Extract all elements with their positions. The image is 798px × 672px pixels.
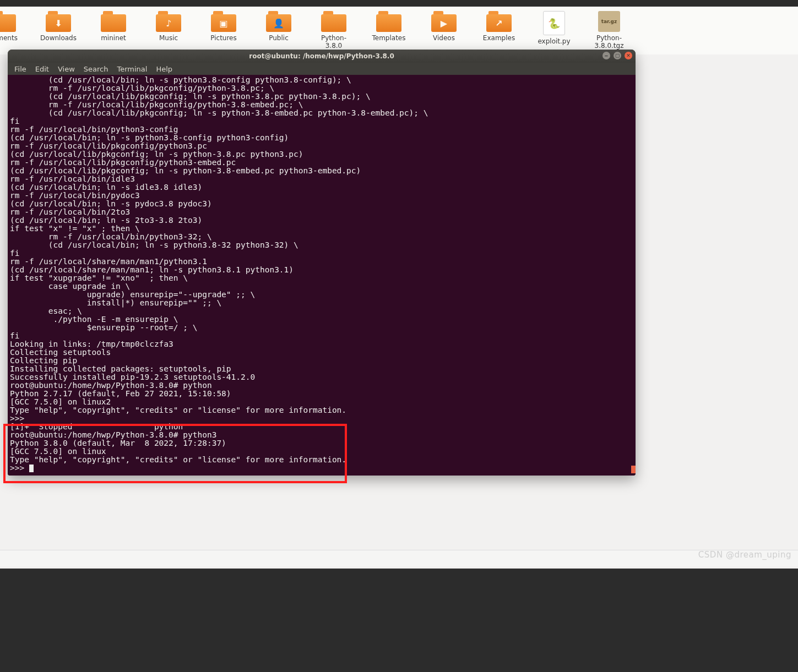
- system-topbar: [0, 0, 798, 7]
- menubar: FileEditViewSearchTerminalHelp: [8, 63, 636, 75]
- desktop-icon-music[interactable]: ♪Music: [149, 11, 188, 42]
- desktop-icon-row: cuments⬇Downloadsmininet♪Music▣Pictures👤…: [0, 7, 798, 54]
- folder-icon: ▶: [431, 11, 457, 32]
- desktop-icon-videos[interactable]: ▶Videos: [424, 11, 464, 42]
- desktop-icon-cuments[interactable]: cuments: [0, 11, 23, 42]
- desktop-icon-label: Examples: [483, 34, 515, 42]
- menu-file[interactable]: File: [11, 64, 30, 74]
- terminal-body[interactable]: (cd /usr/local/bin; ln -s python3.8-conf…: [8, 75, 636, 476]
- desktop-icon-label: Templates: [372, 34, 405, 42]
- folder-icon: 👤: [266, 11, 291, 32]
- desktop-icon-pictures[interactable]: ▣Pictures: [204, 11, 243, 42]
- desktop-icon-label: Videos: [433, 34, 455, 42]
- scrollbar-thumb[interactable]: [631, 466, 636, 473]
- folder-icon: ♪: [156, 11, 181, 32]
- minimize-button[interactable]: ‒: [602, 52, 610, 59]
- desktop-icon-exploit-py[interactable]: 🐍exploit.py: [534, 11, 574, 45]
- desktop-icon-templates[interactable]: Templates: [369, 11, 409, 42]
- folder-icon: [101, 11, 126, 32]
- desktop-icon-mininet[interactable]: mininet: [94, 11, 133, 42]
- csdn-watermark: CSDN @dream_uping: [698, 550, 791, 560]
- maximize-button[interactable]: ▢: [614, 52, 621, 59]
- menu-terminal[interactable]: Terminal: [113, 64, 150, 74]
- footer-dark-band: [0, 569, 798, 672]
- desktop-icon-label: Public: [269, 34, 289, 42]
- desktop-icon-label: exploit.py: [538, 37, 570, 45]
- window-titlebar[interactable]: root@ubuntu: /home/hwp/Python-3.8.0 ‒ ▢ …: [8, 50, 636, 63]
- python-file-icon: 🐍: [543, 11, 565, 35]
- desktop-icon-label: Python-3.8.0.tgz: [589, 34, 629, 50]
- menu-help[interactable]: Help: [153, 64, 176, 74]
- desktop-icon-public[interactable]: 👤Public: [259, 11, 298, 42]
- menu-search[interactable]: Search: [80, 64, 112, 74]
- desktop-icon-label: mininet: [101, 34, 126, 42]
- folder-icon: ↗: [486, 11, 512, 32]
- archive-icon: tar.gz: [598, 11, 620, 32]
- folder-icon: ▣: [211, 11, 236, 32]
- desktop-icon-label: Python-3.8.0: [314, 34, 354, 50]
- window-title: root@ubuntu: /home/hwp/Python-3.8.0: [249, 52, 394, 60]
- terminal-output: (cd /usr/local/bin; ln -s python3.8-conf…: [10, 75, 428, 472]
- desktop-icon-label: cuments: [0, 34, 18, 42]
- menu-edit[interactable]: Edit: [32, 64, 52, 74]
- folder-icon: [321, 11, 346, 32]
- menu-view[interactable]: View: [55, 64, 78, 74]
- folder-icon: [376, 11, 401, 32]
- desktop-icon-label: Pictures: [210, 34, 237, 42]
- desktop-icon-label: Music: [159, 34, 178, 42]
- folder-icon: ⬇: [46, 11, 71, 32]
- terminal-window: root@ubuntu: /home/hwp/Python-3.8.0 ‒ ▢ …: [8, 50, 636, 476]
- desktop-icon-label: Downloads: [40, 34, 77, 42]
- window-buttons: ‒ ▢ ✕: [602, 52, 632, 59]
- desktop-icon-python-3-8-0-tgz[interactable]: tar.gzPython-3.8.0.tgz: [589, 11, 629, 50]
- close-button[interactable]: ✕: [625, 52, 632, 59]
- desktop-icon-python-3-8-0[interactable]: Python-3.8.0: [314, 11, 354, 50]
- folder-icon: [0, 11, 16, 32]
- footer-light-band: [0, 550, 798, 566]
- terminal-cursor: [29, 465, 34, 472]
- desktop-icon-downloads[interactable]: ⬇Downloads: [39, 11, 78, 42]
- desktop-icon-examples[interactable]: ↗Examples: [479, 11, 519, 42]
